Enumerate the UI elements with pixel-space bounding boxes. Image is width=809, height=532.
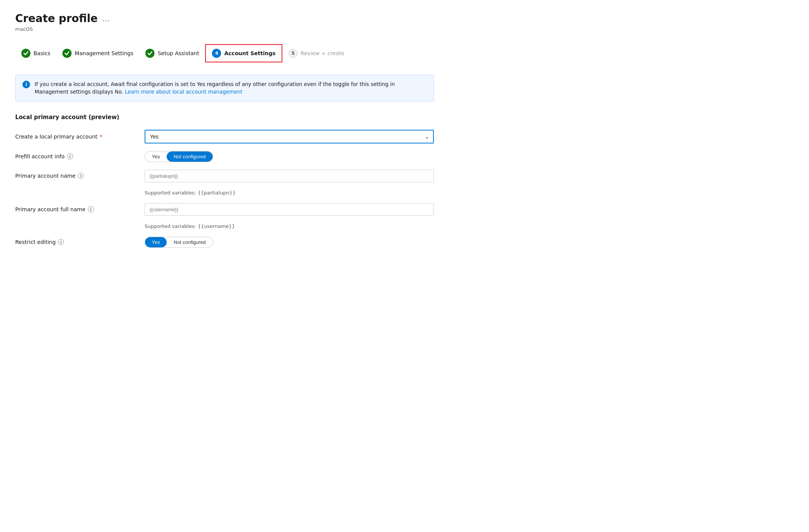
wizard-step-account[interactable]: 4 Account Settings	[205, 44, 282, 62]
form-row-create-account: Create a local primary account * Yes No …	[15, 130, 434, 143]
control-create-account: Yes No ⌄	[145, 130, 434, 143]
form-row-account-name: Primary account name i	[15, 170, 434, 182]
step-icon-review: 5	[288, 49, 298, 58]
toggle-prefill-yes[interactable]: Yes	[145, 151, 167, 162]
step-label-management: Management Settings	[75, 50, 133, 56]
supported-vars-spacer-2	[15, 223, 145, 229]
dropdown-wrapper-account: Yes No ⌄	[145, 130, 434, 143]
supported-vars-spacer	[15, 190, 145, 196]
form-row-full-name: Primary account full name i	[15, 203, 434, 216]
info-icon-full-name[interactable]: i	[88, 206, 94, 212]
info-banner: i If you create a local account, Await f…	[15, 75, 434, 102]
info-banner-text: If you create a local account, Await fin…	[35, 80, 427, 96]
step-label-account: Account Settings	[224, 50, 276, 56]
control-full-name	[145, 203, 434, 216]
control-account-name	[145, 170, 434, 182]
toggle-restrict-yes[interactable]: Yes	[145, 237, 167, 247]
toggle-prefill: Yes Not configured	[145, 151, 213, 162]
step-icon-account: 4	[212, 49, 221, 58]
label-full-name: Primary account full name i	[15, 206, 145, 212]
info-icon-prefill[interactable]: i	[67, 153, 73, 159]
info-banner-link[interactable]: Learn more about local account managemen…	[125, 89, 242, 95]
input-account-name[interactable]	[145, 170, 434, 182]
info-icon-account-name[interactable]: i	[78, 173, 84, 179]
control-prefill: Yes Not configured	[145, 151, 434, 162]
section-title: Local primary account (preview)	[15, 114, 794, 121]
form-container: Create a local primary account * Yes No …	[15, 130, 794, 248]
info-icon: i	[22, 81, 30, 88]
wizard-step-setup[interactable]: Setup Assistant	[139, 45, 205, 62]
toggle-restrict-editing: Yes Not configured	[145, 237, 213, 248]
toggle-restrict-not-configured[interactable]: Not configured	[167, 237, 213, 247]
label-create-account: Create a local primary account *	[15, 134, 145, 140]
form-row-restrict-editing: Restrict editing i Yes Not configured	[15, 237, 434, 248]
supported-vars-row-username: Supported variables: {{username}}	[15, 223, 434, 229]
wizard-step-management[interactable]: Management Settings	[56, 45, 139, 62]
label-account-name: Primary account name i	[15, 173, 145, 179]
toggle-prefill-not-configured[interactable]: Not configured	[167, 151, 213, 162]
label-restrict-editing: Restrict editing i	[15, 239, 145, 245]
step-label-basics: Basics	[33, 50, 50, 56]
supported-vars-row-partialupn: Supported variables: {{partialupn}}	[15, 190, 434, 196]
page-title: Create profile ...	[15, 12, 110, 25]
control-restrict-editing: Yes Not configured	[145, 237, 434, 248]
supported-vars-text-partialupn: Supported variables: {{partialupn}}	[145, 190, 236, 196]
form-row-prefill: Prefill account info i Yes Not configure…	[15, 151, 434, 162]
supported-vars-text-username: Supported variables: {{username}}	[145, 223, 235, 229]
wizard-steps: Basics Management Settings Setup Assista…	[15, 44, 794, 62]
step-icon-management	[62, 49, 72, 58]
dropdown-create-account[interactable]: Yes No	[145, 130, 434, 143]
step-label-setup: Setup Assistant	[158, 50, 199, 56]
label-prefill: Prefill account info i	[15, 153, 145, 159]
info-icon-restrict-editing[interactable]: i	[58, 239, 64, 245]
required-indicator: *	[100, 134, 102, 140]
ellipsis-menu[interactable]: ...	[102, 14, 110, 23]
step-label-review: Review + create	[301, 50, 344, 56]
page-subtitle: macOS	[15, 26, 794, 32]
wizard-step-review[interactable]: 5 Review + create	[282, 45, 350, 62]
input-full-name[interactable]	[145, 203, 434, 216]
step-icon-basics	[21, 49, 30, 58]
wizard-step-basics[interactable]: Basics	[15, 45, 56, 62]
step-icon-setup	[145, 49, 154, 58]
